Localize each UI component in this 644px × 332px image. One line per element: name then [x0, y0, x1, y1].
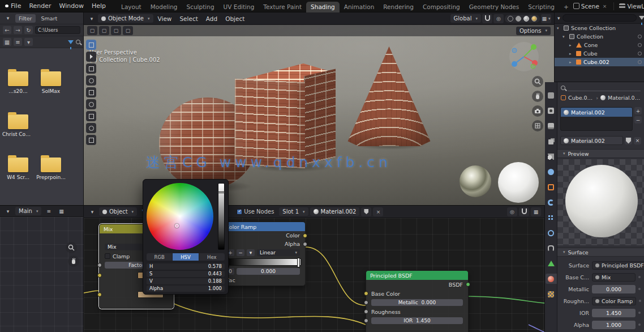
rendered-shading-icon[interactable]	[531, 16, 537, 22]
expand-icon[interactable]: ▾	[557, 26, 561, 31]
folder-item[interactable]: W4 Scr...	[2, 158, 34, 180]
select-box-tool[interactable]	[86, 40, 96, 50]
properties-tab-tool[interactable]	[546, 90, 557, 100]
tool-icon-2[interactable]: ▢	[99, 26, 109, 35]
add-cube-tool[interactable]	[86, 135, 96, 145]
list-view-icon[interactable]: ≡	[14, 38, 22, 46]
editor-type-icon[interactable]: ▾	[87, 207, 97, 216]
overlays-dropdown-icon[interactable]: ▦▾	[541, 14, 551, 23]
saturation-slider[interactable]: S 0.443	[147, 271, 225, 277]
view-layer-selector[interactable]: ViewLayer	[627, 3, 644, 10]
navigation-gizmo[interactable]	[508, 41, 540, 73]
color-ramp-gradient[interactable]	[225, 258, 301, 266]
filter-funnel-icon[interactable]	[68, 40, 74, 44]
tool-icon-4[interactable]: ▢	[123, 26, 133, 35]
hue-slider[interactable]: H 0.578	[147, 263, 225, 270]
clamp-checkbox[interactable]	[105, 253, 110, 259]
surface-shader-button[interactable]: Principled BSDF	[592, 261, 644, 270]
node-principled-bsdf[interactable]: Principled BSDF BSDF Base Color Metallic…	[366, 270, 469, 332]
output-socket[interactable]	[303, 233, 307, 238]
animate-dot[interactable]	[638, 324, 641, 326]
menu-help[interactable]: Help	[88, 1, 110, 11]
ior-slider[interactable]: 1.450	[592, 309, 636, 317]
workspace-tab-scripting[interactable]: Scripting	[523, 2, 559, 12]
overlays-icon[interactable]: ▦	[531, 207, 541, 216]
workspace-tab-modeling[interactable]: Modeling	[146, 2, 182, 12]
ramp-stop-handle[interactable]	[297, 258, 300, 267]
slot-dropdown[interactable]: Slot 1▾	[279, 207, 308, 216]
properties-tab-output[interactable]	[546, 121, 557, 131]
fake-user-shield-icon[interactable]	[625, 137, 632, 144]
folder-item[interactable]: Preprpoin...	[35, 158, 67, 180]
input-socket[interactable]	[364, 291, 368, 296]
input-socket[interactable]	[97, 263, 102, 267]
bottom-left-canvas[interactable]	[0, 217, 84, 332]
snap-magnet-icon[interactable]	[482, 14, 492, 23]
properties-tab-material[interactable]	[546, 274, 557, 284]
properties-tab-particles[interactable]	[546, 212, 557, 223]
animate-dot[interactable]	[639, 300, 641, 302]
animate-dot[interactable]	[638, 276, 641, 278]
workspace-tab-compositing[interactable]: Compositing	[418, 2, 465, 12]
tool-icon-3[interactable]: ▢	[111, 26, 121, 35]
workspace-tab-shading[interactable]: Shading	[306, 2, 340, 12]
properties-tab-physics[interactable]	[546, 228, 557, 238]
visibility-icon[interactable]	[638, 60, 642, 64]
scene-selector[interactable]: Scene	[581, 3, 599, 10]
transform-tool[interactable]	[86, 99, 96, 109]
input-socket[interactable]	[364, 318, 368, 323]
unlink-material-icon[interactable]: ×	[634, 137, 641, 144]
ior-slider[interactable]: IOR 1.450	[371, 317, 463, 324]
properties-tab-object[interactable]	[546, 182, 557, 192]
solid-shading-icon[interactable]	[516, 16, 521, 22]
input-socket[interactable]	[97, 273, 102, 278]
visibility-icon[interactable]	[638, 35, 642, 39]
properties-tab-view-layer[interactable]	[546, 136, 557, 146]
forward-icon[interactable]: →	[14, 26, 22, 34]
editor-type-icon[interactable]: ▾	[557, 14, 560, 23]
use-nodes-checkbox[interactable]	[237, 209, 242, 215]
remove-stop-button[interactable]: −	[237, 249, 244, 256]
stop-position-field[interactable]: 0.000	[237, 268, 300, 275]
display-mode-icon[interactable]: ▦	[56, 207, 66, 216]
annotate-tool[interactable]	[86, 111, 96, 121]
transform-orientation-dropdown[interactable]: Global▾	[450, 14, 481, 23]
outliner-item-cone[interactable]: ▸ Cone	[555, 41, 644, 49]
pan-hand-icon[interactable]	[532, 91, 543, 102]
fb-tab-filter[interactable]: Filter	[15, 14, 36, 23]
brick-cone-object[interactable]	[345, 46, 433, 146]
value-slider-handle[interactable]	[218, 191, 225, 193]
workspace-tab-geometry-nodes[interactable]: Geometry Nodes	[465, 2, 524, 12]
menu-view[interactable]: View	[154, 14, 175, 23]
proportional-editing-icon[interactable]: ◎	[493, 14, 504, 23]
breadcrumb-object[interactable]: Cube.002	[568, 95, 594, 101]
ortho-toggle-icon[interactable]	[532, 120, 543, 131]
tab-hex[interactable]: Hex	[199, 253, 225, 261]
outliner-item-cube-002[interactable]: ▸ Cube.002	[555, 58, 644, 66]
options-dropdown[interactable]: Options▾	[516, 27, 551, 35]
alpha-slider[interactable]: Alpha 1.000	[147, 286, 225, 292]
menu-icon[interactable]: ≡	[44, 207, 54, 216]
visibility-icon[interactable]	[638, 43, 642, 47]
editor-type-icon[interactable]: ▾	[3, 14, 13, 23]
zoom-icon[interactable]	[532, 76, 543, 87]
back-icon[interactable]: ←	[3, 26, 11, 34]
properties-tab-texture[interactable]	[546, 289, 557, 299]
properties-tab-object-data[interactable]	[546, 258, 557, 269]
value-slider-row[interactable]: V 0.188	[147, 278, 225, 284]
viewport-canvas[interactable]	[84, 12, 554, 205]
ramp-options-dropdown[interactable]: ▾	[247, 249, 255, 256]
workspace-tab-add[interactable]: +	[559, 2, 573, 12]
animate-dot[interactable]	[638, 312, 641, 314]
menu-file[interactable]: File	[7, 1, 25, 11]
metallic-slider[interactable]: 0.000	[592, 285, 636, 293]
folder-item[interactable]: SolMax	[35, 71, 67, 94]
path-field[interactable]: C:\Users	[35, 26, 80, 34]
alpha-slider[interactable]: 1.000	[592, 321, 636, 329]
color-wheel[interactable]	[147, 183, 213, 250]
workspace-tab-animation[interactable]: Animation	[340, 2, 379, 12]
expand-icon[interactable]: ▾	[563, 35, 567, 39]
rotate-tool[interactable]	[86, 75, 96, 86]
properties-tab-world[interactable]	[546, 167, 557, 177]
metallic-slider[interactable]: Metallic 0.000	[371, 299, 463, 306]
